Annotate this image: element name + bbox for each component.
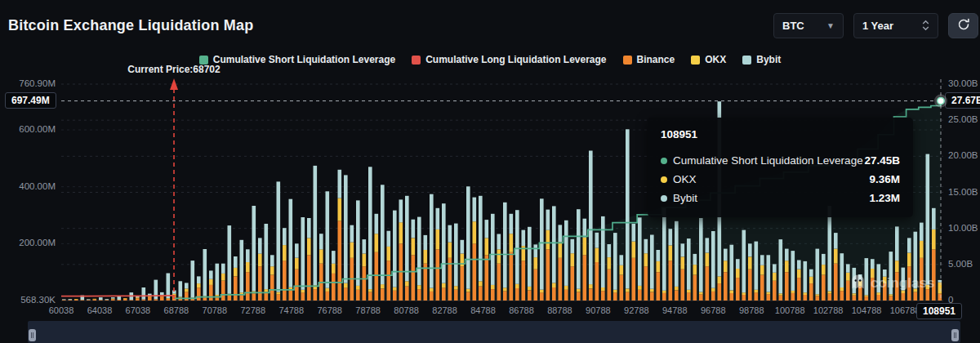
tooltip-row: Cumulative Short Liquidation Leverage27.… <box>661 151 900 170</box>
tooltip-row: Bybit1.23M <box>661 189 900 207</box>
coinglass-watermark: coinglass <box>849 273 934 294</box>
tooltip-row: OKX9.36M <box>661 170 900 189</box>
tooltip-title: 108951 <box>661 128 900 140</box>
bitcoin-liquidation-map-app: Bitcoin Exchange Liquidation Map BTC ▼ 1… <box>0 0 980 343</box>
series-dot-icon <box>661 158 667 164</box>
coinglass-ghost-icon <box>849 273 866 294</box>
series-dot-icon <box>661 195 667 202</box>
series-dot-icon <box>661 176 667 183</box>
watermark-text: coinglass <box>871 275 934 292</box>
chart-tooltip: 108951 Cumulative Short Liquidation Leve… <box>648 118 913 217</box>
